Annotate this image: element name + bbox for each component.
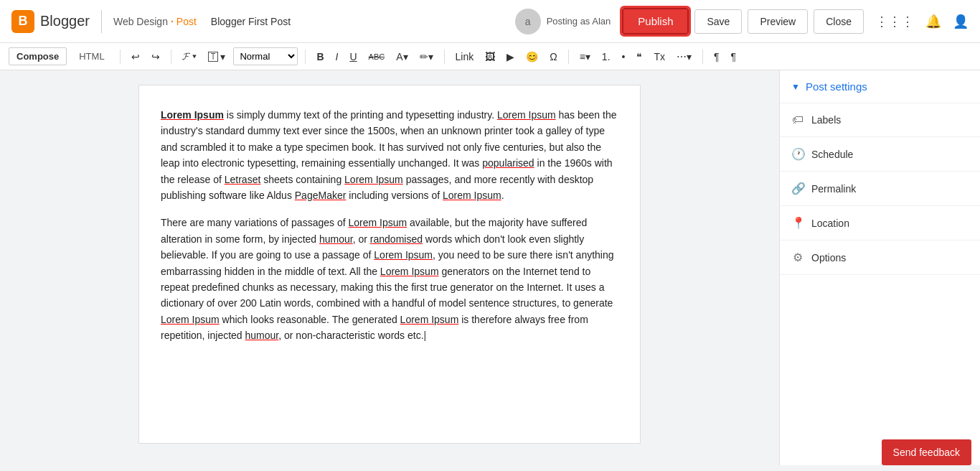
lorem-ipsum-ref-3: Lorem Ipsum xyxy=(443,190,501,201)
labels-icon: 🏷 xyxy=(791,113,804,126)
more-button[interactable]: ⋯▾ xyxy=(673,49,695,65)
cursor xyxy=(424,330,427,341)
lorem-ipsum-ref-2: Lorem Ipsum xyxy=(344,174,403,185)
app-name: Blogger xyxy=(40,13,90,29)
send-feedback-button[interactable]: Send feedback xyxy=(882,439,971,465)
breadcrumb-web: Web Design xyxy=(113,16,168,27)
bell-icon[interactable]: 🔔 xyxy=(925,14,941,29)
format-select[interactable]: Normal Heading 1 Heading 2 Heading 3 xyxy=(233,47,298,65)
lorem-ipsum-ref-8: Lorem Ipsum xyxy=(400,314,459,325)
paragraph-1-text: is simply dummy text of the printing and… xyxy=(161,109,617,201)
toolbar-sep-2 xyxy=(171,50,171,64)
sidebar-item-permalink[interactable]: 🔗 Permalink xyxy=(780,172,980,206)
redo-button[interactable]: ↪ xyxy=(148,49,164,65)
bold-button[interactable]: B xyxy=(313,49,327,65)
user-icon[interactable]: 👤 xyxy=(953,14,969,29)
post-settings-title: Post settings xyxy=(806,80,867,93)
underline-button[interactable]: U xyxy=(346,49,360,65)
italic-button[interactable]: I xyxy=(332,49,342,65)
breadcrumb-dot: · xyxy=(171,16,174,27)
letraset-ref: Letraset xyxy=(225,174,261,185)
pagemaker-ref: PageMaker xyxy=(295,190,347,201)
rtl-button[interactable]: ¶ xyxy=(710,49,723,65)
paragraph-1: Lorem Ipsum is simply dummy text of the … xyxy=(161,107,618,203)
align-button[interactable]: ≡▾ xyxy=(576,49,594,65)
permalink-icon: 🔗 xyxy=(791,182,804,195)
toolbar-sep-5 xyxy=(568,50,569,64)
toolbar-sep-1 xyxy=(120,50,121,64)
lorem-ipsum-ref-7: Lorem Ipsum xyxy=(161,314,220,325)
ltr-button[interactable]: ¶ xyxy=(727,49,740,65)
editor-area[interactable]: Lorem Ipsum is simply dummy text of the … xyxy=(0,70,779,465)
blogger-logo: B xyxy=(11,10,34,33)
highlight-button[interactable]: ✏▾ xyxy=(416,49,437,65)
blockquote-button[interactable]: ❝ xyxy=(633,49,646,65)
post-title-input[interactable] xyxy=(211,16,498,27)
top-bar-right: a Posting as Alan Publish Save Preview C… xyxy=(515,8,969,34)
options-icon: ⚙ xyxy=(791,251,804,264)
top-bar: B Blogger Web Design · Post a Posting as… xyxy=(0,0,980,43)
undo-button[interactable]: ↩ xyxy=(128,49,143,65)
remove-format-button[interactable]: Tx xyxy=(650,49,669,65)
sidebar-item-schedule[interactable]: 🕐 Schedule xyxy=(780,137,980,172)
toolbar-sep-3 xyxy=(305,50,306,64)
emoji-button[interactable]: 😊 xyxy=(522,49,542,65)
editor-content[interactable]: Lorem Ipsum is simply dummy text of the … xyxy=(138,85,641,444)
save-button[interactable]: Save xyxy=(694,9,742,34)
avatar: a xyxy=(515,9,541,34)
lorem-ipsum-ref-1: Lorem Ipsum xyxy=(497,109,556,121)
posting-as-text: Posting as Alan xyxy=(547,16,611,27)
lorem-ipsum-ref-6: Lorem Ipsum xyxy=(380,266,439,277)
breadcrumb: Web Design · Post xyxy=(113,16,197,27)
sidebar-item-options[interactable]: ⚙ Options xyxy=(780,241,980,275)
toolbar-sep-6 xyxy=(702,50,703,64)
humour-ref-2: humour xyxy=(245,330,279,341)
top-icons: ⋮⋮⋮ 🔔 👤 xyxy=(875,14,969,29)
paragraph-2: There are many variations of passages of… xyxy=(161,215,618,343)
feedback-bar: Send feedback xyxy=(873,434,980,471)
posting-as: a Posting as Alan xyxy=(515,9,611,34)
permalink-label: Permalink xyxy=(811,183,856,195)
close-button[interactable]: Close xyxy=(814,9,864,34)
font-size-button[interactable]: 🅃 ▾ xyxy=(204,49,230,65)
font-color-button[interactable]: A▾ xyxy=(392,49,411,65)
preview-button[interactable]: Preview xyxy=(748,9,808,34)
unordered-list-button[interactable]: • xyxy=(618,49,629,65)
randomised-ref: randomised xyxy=(370,233,423,245)
post-settings-sidebar: ▼ Post settings 🏷 Labels 🕐 Schedule 🔗 Pe… xyxy=(779,70,980,465)
options-label: Options xyxy=(811,252,846,264)
humour-ref-1: humour xyxy=(319,233,353,245)
publish-button[interactable]: Publish xyxy=(622,8,689,34)
post-settings-header[interactable]: ▼ Post settings xyxy=(780,70,980,103)
main-layout: Lorem Ipsum is simply dummy text of the … xyxy=(0,70,980,465)
sidebar-item-location[interactable]: 📍 Location xyxy=(780,206,980,241)
lorem-ipsum-ref-4: Lorem Ipsum xyxy=(348,217,407,228)
collapse-arrow-icon: ▼ xyxy=(791,82,800,92)
lorem-ipsum-ref-5: Lorem Ipsum xyxy=(374,249,433,261)
schedule-label: Schedule xyxy=(811,149,853,160)
link-button[interactable]: Link xyxy=(452,49,478,65)
schedule-icon: 🕐 xyxy=(791,147,804,161)
toolbar-sep-4 xyxy=(444,50,445,64)
ordered-list-button[interactable]: 1. xyxy=(598,49,614,65)
html-button[interactable]: HTML xyxy=(71,47,112,65)
toolbar: Compose HTML ↩ ↪ 𝓕 ▾ 🅃 ▾ Normal Heading … xyxy=(0,43,980,70)
font-family-button[interactable]: 𝓕 ▾ xyxy=(179,48,200,65)
compose-button[interactable]: Compose xyxy=(9,47,67,65)
popularised-ref: popularised xyxy=(482,157,534,169)
special-chars-button[interactable]: Ω xyxy=(546,49,560,65)
image-button[interactable]: 🖼 xyxy=(481,49,499,65)
sidebar-item-labels[interactable]: 🏷 Labels xyxy=(780,103,980,137)
location-icon: 📍 xyxy=(791,216,804,230)
video-button[interactable]: ▶ xyxy=(503,49,518,65)
lorem-ipsum-bold-1: Lorem Ipsum xyxy=(161,109,224,121)
top-bar-divider xyxy=(101,10,102,33)
breadcrumb-post: Post xyxy=(176,16,197,27)
labels-label: Labels xyxy=(811,114,841,126)
strikethrough-button[interactable]: ABC xyxy=(365,50,389,63)
logo-letter: B xyxy=(19,14,28,29)
location-label: Location xyxy=(811,218,849,229)
grid-icon[interactable]: ⋮⋮⋮ xyxy=(875,14,914,29)
